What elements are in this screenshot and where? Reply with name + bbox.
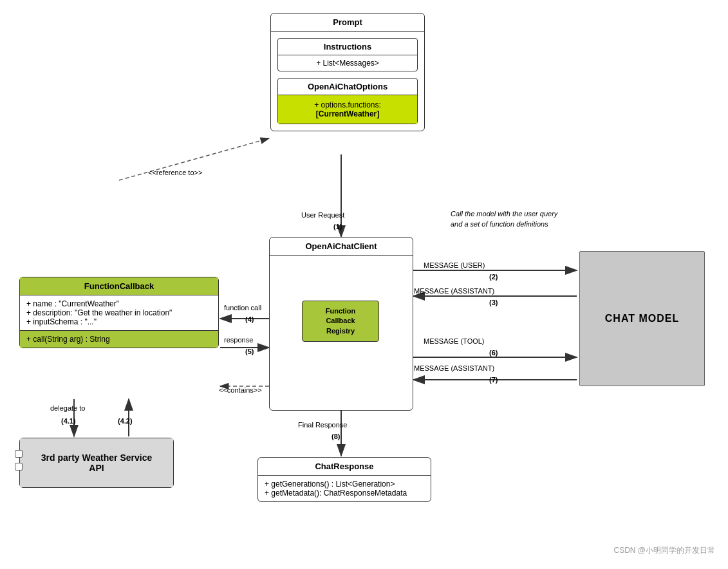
chat-options-title: OpenAiChatOptions xyxy=(278,79,417,95)
chat-response-title: ChatResponse xyxy=(258,458,431,476)
msg-assistant1-num: (3) xyxy=(489,299,498,306)
third-party-title: 3rd party Weather ServiceAPI xyxy=(20,438,173,487)
call-model-desc2: and a set of function definitions xyxy=(451,220,548,228)
reference-label: <<reference to>> xyxy=(148,169,202,176)
msg-tool-num: (6) xyxy=(489,349,498,357)
third-party-box: 3rd party Weather ServiceAPI xyxy=(19,438,174,488)
msg-tool-label: MESSAGE (TOOL) xyxy=(424,337,485,345)
connector-square-2 xyxy=(15,463,23,471)
delegate-42: (4.2) xyxy=(118,417,133,425)
function-callback-box: FunctionCallback + name : "CurrentWeathe… xyxy=(19,277,219,348)
connector-square-1 xyxy=(15,450,23,458)
delegate-41: (4.1) xyxy=(61,417,76,425)
msg-assistant1-label: MESSAGE (ASSISTANT) xyxy=(414,287,494,295)
final-response-label: Final Response xyxy=(298,421,347,429)
chat-client-box: OpenAiChatClient FunctionCallbackRegistr… xyxy=(269,237,413,411)
chat-response-box: ChatResponse + getGenerations() : List<G… xyxy=(257,457,431,502)
call-model-desc1: Call the model with the user query xyxy=(451,210,557,218)
chat-model-title: CHAT MODEL xyxy=(605,313,679,324)
contains-label: <<contains>> xyxy=(219,386,262,394)
func-call-num: (4) xyxy=(245,315,254,323)
final-response-num: (8) xyxy=(331,433,340,440)
msg-assistant2-num: (7) xyxy=(489,376,498,384)
prompt-title: Prompt xyxy=(271,14,424,32)
instructions-body: + List<Messages> xyxy=(278,55,417,71)
msg-assistant2-label: MESSAGE (ASSISTANT) xyxy=(414,364,494,372)
func-call-label: function call xyxy=(224,304,261,312)
msg-user-num: (2) xyxy=(489,273,498,281)
prompt-box: Prompt Instructions + List<Messages> Ope… xyxy=(270,13,425,131)
user-request-label: User Request xyxy=(301,211,344,219)
chat-client-title: OpenAiChatClient xyxy=(270,238,413,256)
user-request-num: (1) xyxy=(333,223,342,230)
chat-model-box: CHAT MODEL xyxy=(579,251,705,386)
chat-response-body: + getGenerations() : List<Generation> + … xyxy=(258,476,431,501)
chat-options-body: + options.functions:[CurrentWeather] xyxy=(278,95,417,124)
function-callback-title: FunctionCallback xyxy=(20,277,218,295)
instructions-title: Instructions xyxy=(278,39,417,55)
registry-box: FunctionCallbackRegistry xyxy=(302,301,379,342)
watermark: CSDN @小明同学的开发日常 xyxy=(613,545,715,556)
msg-user-label: MESSAGE (USER) xyxy=(424,261,485,269)
delegate-label: delegate to xyxy=(50,404,85,412)
function-callback-method: + call(String arg) : String xyxy=(20,330,218,348)
function-callback-body: + name : "CurrentWeather" + description:… xyxy=(20,295,218,330)
response-label: response xyxy=(224,336,253,344)
diagram-container: Prompt Instructions + List<Messages> Ope… xyxy=(0,0,728,569)
response-num: (5) xyxy=(245,348,254,355)
